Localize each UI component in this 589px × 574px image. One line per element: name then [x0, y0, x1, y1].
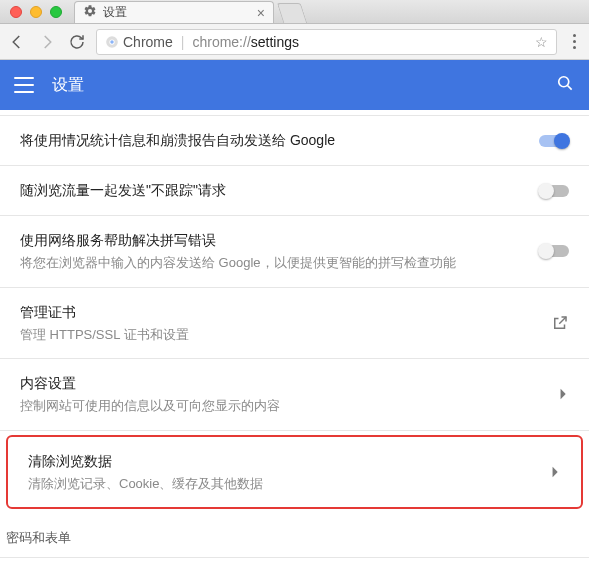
- back-button[interactable]: [6, 31, 28, 53]
- page-title: 设置: [52, 75, 84, 96]
- minimize-window-button[interactable]: [30, 6, 42, 18]
- row-spellcheck[interactable]: 使用网络服务帮助解决拼写错误 将您在浏览器中输入的内容发送给 Google，以便…: [0, 216, 589, 288]
- svg-point-2: [110, 40, 114, 44]
- tab-title: 设置: [103, 4, 127, 21]
- row-content-settings[interactable]: 内容设置 控制网站可使用的信息以及可向您显示的内容: [0, 359, 589, 431]
- url-divider: |: [181, 34, 185, 50]
- row-title: 内容设置: [20, 373, 533, 394]
- row-usage-stats[interactable]: 将使用情况统计信息和崩溃报告自动发送给 Google: [0, 116, 589, 166]
- url-prefix: chrome://: [192, 34, 250, 50]
- url-scheme-label: Chrome: [123, 34, 173, 50]
- row-title: 使用网络服务帮助解决拼写错误: [20, 230, 533, 251]
- address-bar[interactable]: Chrome | chrome://settings ☆: [96, 29, 557, 55]
- toggle-do-not-track[interactable]: [539, 185, 569, 197]
- svg-line-4: [568, 86, 572, 90]
- url-path: settings: [251, 34, 299, 50]
- row-subtitle: 清除浏览记录、Cookie、缓存及其他数据: [28, 474, 525, 494]
- toggle-spellcheck[interactable]: [539, 245, 569, 257]
- row-title: 将使用情况统计信息和崩溃报告自动发送给 Google: [20, 130, 533, 151]
- tab-strip: 设置 ×: [74, 0, 304, 23]
- svg-point-3: [559, 77, 569, 87]
- toolbar: Chrome | chrome://settings ☆: [0, 24, 589, 60]
- row-title: 清除浏览数据: [28, 451, 525, 472]
- forward-button[interactable]: [36, 31, 58, 53]
- bookmark-star-icon[interactable]: ☆: [535, 34, 548, 50]
- reload-button[interactable]: [66, 31, 88, 53]
- tab-settings[interactable]: 设置 ×: [74, 1, 274, 23]
- row-title: 管理证书: [20, 302, 533, 323]
- chevron-right-icon: [525, 466, 561, 478]
- row-subtitle: 管理 HTTPS/SSL 证书和设置: [20, 325, 533, 345]
- search-icon[interactable]: [555, 73, 575, 97]
- row-autofill-settings[interactable]: 自动填充设置 启用自动填充功能后，只需点击一次即可填写多个表单: [0, 558, 589, 574]
- gear-icon: [83, 4, 97, 21]
- zoom-window-button[interactable]: [50, 6, 62, 18]
- browser-menu-button[interactable]: [565, 34, 583, 49]
- traffic-lights: [0, 6, 62, 18]
- close-tab-icon[interactable]: ×: [257, 6, 265, 20]
- section-passwords-forms: 密码和表单: [0, 517, 589, 553]
- menu-icon[interactable]: [14, 77, 34, 93]
- new-tab-button[interactable]: [277, 3, 307, 23]
- window-chrome: 设置 ×: [0, 0, 589, 24]
- open-external-icon: [533, 314, 569, 332]
- settings-list: 将使用情况统计信息和崩溃报告自动发送给 Google 随浏览流量一起发送"不跟踪…: [0, 110, 589, 574]
- row-subtitle: 将您在浏览器中输入的内容发送给 Google，以便提供更智能的拼写检查功能: [20, 253, 533, 273]
- settings-header: 设置: [0, 60, 589, 110]
- row-title: 随浏览流量一起发送"不跟踪"请求: [20, 180, 533, 201]
- highlight-clear-data: 清除浏览数据 清除浏览记录、Cookie、缓存及其他数据: [6, 435, 583, 510]
- toggle-usage-stats[interactable]: [539, 135, 569, 147]
- close-window-button[interactable]: [10, 6, 22, 18]
- row-do-not-track[interactable]: 随浏览流量一起发送"不跟踪"请求: [0, 166, 589, 216]
- row-manage-certificates[interactable]: 管理证书 管理 HTTPS/SSL 证书和设置: [0, 288, 589, 360]
- row-subtitle: 控制网站可使用的信息以及可向您显示的内容: [20, 396, 533, 416]
- chrome-badge: Chrome: [105, 34, 173, 50]
- chevron-right-icon: [533, 388, 569, 400]
- row-clear-browsing-data[interactable]: 清除浏览数据 清除浏览记录、Cookie、缓存及其他数据: [8, 437, 581, 508]
